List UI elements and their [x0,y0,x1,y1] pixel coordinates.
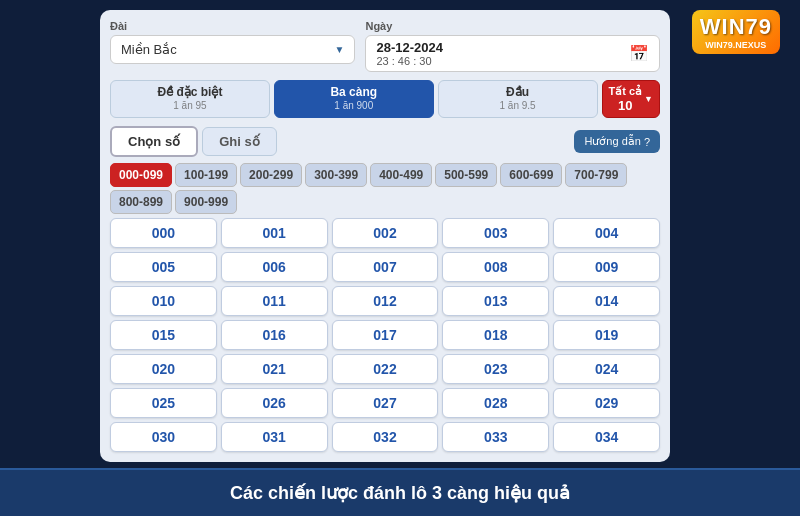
range-300-399[interactable]: 300-399 [305,163,367,187]
bet-type-ba-cang-label: Ba càng [281,85,427,99]
number-btn-020[interactable]: 020 [110,354,217,384]
range-200-299[interactable]: 200-299 [240,163,302,187]
logo-area: WIN79 WIN79.NEXUS [692,10,780,54]
dai-ngay-row: Đài Miền Bắc ▼ Ngày 28-12-2024 23 : 46 :… [110,20,660,72]
logo-main: WIN79 [700,14,772,40]
number-btn-002[interactable]: 002 [332,218,439,248]
time-value: 23 : 46 : 30 [376,55,443,67]
number-btn-021[interactable]: 021 [221,354,328,384]
mien-bac-value: Miền Bắc [121,42,177,57]
range-400-499[interactable]: 400-499 [370,163,432,187]
number-btn-000[interactable]: 000 [110,218,217,248]
number-btn-034[interactable]: 034 [553,422,660,452]
number-btn-012[interactable]: 012 [332,286,439,316]
number-btn-024[interactable]: 024 [553,354,660,384]
number-btn-019[interactable]: 019 [553,320,660,350]
bet-type-de-dac-biet[interactable]: Đề đặc biệt 1 ăn 95 [110,80,270,118]
ngay-column: Ngày 28-12-2024 23 : 46 : 30 📅 [365,20,660,72]
number-btn-014[interactable]: 014 [553,286,660,316]
bet-type-dau-sub: 1 ăn 9.5 [500,100,536,111]
number-btn-033[interactable]: 033 [442,422,549,452]
number-btn-032[interactable]: 032 [332,422,439,452]
number-btn-007[interactable]: 007 [332,252,439,282]
range-900-999[interactable]: 900-999 [175,190,237,214]
dai-label: Đài [110,20,355,32]
mien-bac-select[interactable]: Miền Bắc ▼ [110,35,355,64]
number-btn-025[interactable]: 025 [110,388,217,418]
range-000-099[interactable]: 000-099 [110,163,172,187]
number-btn-028[interactable]: 028 [442,388,549,418]
number-btn-013[interactable]: 013 [442,286,549,316]
panel: Đài Miền Bắc ▼ Ngày 28-12-2024 23 : 46 :… [100,10,670,462]
huong-dan-label: Hướng dẫn [584,135,640,148]
number-btn-016[interactable]: 016 [221,320,328,350]
number-btn-005[interactable]: 005 [110,252,217,282]
main-container: WIN79 WIN79.NEXUS Đài Miền Bắc ▼ Ngày 28… [0,0,800,516]
bottom-banner: Các chiến lược đánh lô 3 càng hiệu quả [0,468,800,516]
range-800-899[interactable]: 800-899 [110,190,172,214]
bet-types-row: Đề đặc biệt 1 ăn 95 Ba càng 1 ăn 900 Đầu… [110,80,660,118]
tat-ca-arrow-icon: ▼ [644,94,653,104]
number-btn-015[interactable]: 015 [110,320,217,350]
range-500-599[interactable]: 500-599 [435,163,497,187]
select-arrow-icon: ▼ [335,44,345,55]
number-btn-008[interactable]: 008 [442,252,549,282]
bottom-banner-text: Các chiến lược đánh lô 3 càng hiệu quả [230,483,570,503]
number-btn-009[interactable]: 009 [553,252,660,282]
calendar-icon[interactable]: 📅 [629,44,649,63]
number-btn-017[interactable]: 017 [332,320,439,350]
question-icon: ? [644,136,650,148]
date-info: 28-12-2024 23 : 46 : 30 [376,40,443,67]
number-grid: 0000010020030040050060070080090100110120… [110,218,660,452]
number-btn-001[interactable]: 001 [221,218,328,248]
tat-ca-num: 10 [618,98,632,113]
tat-ca-button[interactable]: Tất cả 10 ▼ [602,80,660,118]
number-btn-031[interactable]: 031 [221,422,328,452]
number-btn-018[interactable]: 018 [442,320,549,350]
date-box[interactable]: 28-12-2024 23 : 46 : 30 📅 [365,35,660,72]
logo: WIN79 WIN79.NEXUS [692,10,780,54]
bet-type-ba-cang-sub: 1 ăn 900 [334,100,373,111]
number-btn-023[interactable]: 023 [442,354,549,384]
range-600-699[interactable]: 600-699 [500,163,562,187]
number-btn-027[interactable]: 027 [332,388,439,418]
logo-sub: WIN79.NEXUS [705,40,766,50]
ranges-row: 000-099 100-199 200-299 300-399 400-499 … [110,163,660,214]
range-100-199[interactable]: 100-199 [175,163,237,187]
bet-type-de-dac-biet-label: Đề đặc biệt [117,85,263,99]
bet-type-dau[interactable]: Đầu 1 ăn 9.5 [438,80,598,118]
number-btn-029[interactable]: 029 [553,388,660,418]
tat-ca-label: Tất cả [609,85,643,98]
number-btn-003[interactable]: 003 [442,218,549,248]
number-btn-010[interactable]: 010 [110,286,217,316]
number-btn-030[interactable]: 030 [110,422,217,452]
tab-ghi-so[interactable]: Ghi số [202,127,277,156]
dai-column: Đài Miền Bắc ▼ [110,20,355,72]
number-btn-004[interactable]: 004 [553,218,660,248]
bet-type-dau-label: Đầu [445,85,591,99]
ngay-label: Ngày [365,20,660,32]
range-700-799[interactable]: 700-799 [565,163,627,187]
number-btn-011[interactable]: 011 [221,286,328,316]
date-value: 28-12-2024 [376,40,443,55]
bet-type-ba-cang[interactable]: Ba càng 1 ăn 900 [274,80,434,118]
tab-chon-so[interactable]: Chọn số [110,126,198,157]
tabs-row: Chọn số Ghi số Hướng dẫn ? [110,126,660,157]
number-btn-006[interactable]: 006 [221,252,328,282]
number-btn-026[interactable]: 026 [221,388,328,418]
bet-type-de-dac-biet-sub: 1 ăn 95 [173,100,206,111]
huong-dan-button[interactable]: Hướng dẫn ? [574,130,660,153]
number-btn-022[interactable]: 022 [332,354,439,384]
